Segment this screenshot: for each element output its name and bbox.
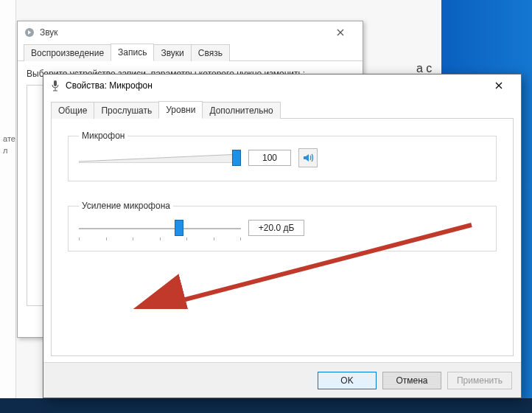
sound-tabstrip: Воспроизведение Запись Звуки Связь bbox=[18, 44, 363, 61]
mic-boost-slider[interactable] bbox=[79, 218, 241, 237]
props-tabstrip: Общие Прослушать Уровни Дополнительно bbox=[51, 101, 514, 119]
sound-icon bbox=[24, 27, 35, 38]
props-button-bar: OK Отмена Применить bbox=[43, 362, 521, 398]
tab-general[interactable]: Общие bbox=[51, 102, 94, 119]
mic-level-label: Микрофон bbox=[79, 131, 127, 141]
microphone-icon bbox=[49, 80, 61, 91]
tab-playback[interactable]: Воспроизведение bbox=[24, 44, 111, 61]
speaker-icon bbox=[302, 152, 314, 164]
sound-window-title: Звук bbox=[40, 27, 324, 38]
tab-recording[interactable]: Запись bbox=[111, 44, 154, 61]
tab-advanced[interactable]: Дополнительно bbox=[202, 102, 280, 119]
cancel-button[interactable]: Отмена bbox=[382, 372, 441, 389]
props-titlebar[interactable]: Свойства: Микрофон bbox=[43, 74, 521, 97]
sound-close-button[interactable] bbox=[324, 22, 357, 43]
close-icon bbox=[495, 82, 503, 89]
slider-thumb[interactable] bbox=[175, 220, 183, 236]
props-close-button[interactable] bbox=[483, 75, 515, 96]
mic-boost-group: Усиление микрофона +20.0 дБ bbox=[68, 201, 497, 251]
mic-mute-button[interactable] bbox=[298, 148, 318, 167]
mic-level-value[interactable]: 100 bbox=[248, 150, 291, 166]
mic-boost-label: Усиление микрофона bbox=[79, 201, 173, 211]
mic-boost-value[interactable]: +20.0 дБ bbox=[248, 220, 304, 236]
tab-communications[interactable]: Связь bbox=[191, 44, 230, 61]
slider-track bbox=[79, 154, 241, 163]
tab-sounds[interactable]: Звуки bbox=[153, 44, 191, 61]
svg-marker-2 bbox=[79, 154, 241, 163]
microphone-properties-window: Свойства: Микрофон Общие Прослушать Уров… bbox=[43, 74, 522, 398]
slider-ticks bbox=[79, 237, 241, 240]
slider-thumb[interactable] bbox=[232, 150, 241, 166]
tab-levels[interactable]: Уровни bbox=[158, 101, 203, 119]
props-window-title: Свойства: Микрофон bbox=[66, 80, 483, 91]
parent-app-sidebar-sliver: ате л bbox=[0, 0, 16, 398]
apply-button[interactable]: Применить bbox=[447, 372, 512, 389]
ok-button[interactable]: OK bbox=[318, 372, 377, 389]
close-icon bbox=[337, 29, 344, 36]
tab-listen[interactable]: Прослушать bbox=[94, 102, 159, 119]
levels-tab-page: Микрофон 100 bbox=[51, 119, 514, 356]
mic-level-slider[interactable] bbox=[79, 148, 241, 167]
sound-window-titlebar[interactable]: Звук bbox=[18, 21, 363, 44]
svg-rect-1 bbox=[54, 80, 57, 86]
slider-track bbox=[79, 224, 241, 233]
mic-level-group: Микрофон 100 bbox=[68, 131, 497, 181]
